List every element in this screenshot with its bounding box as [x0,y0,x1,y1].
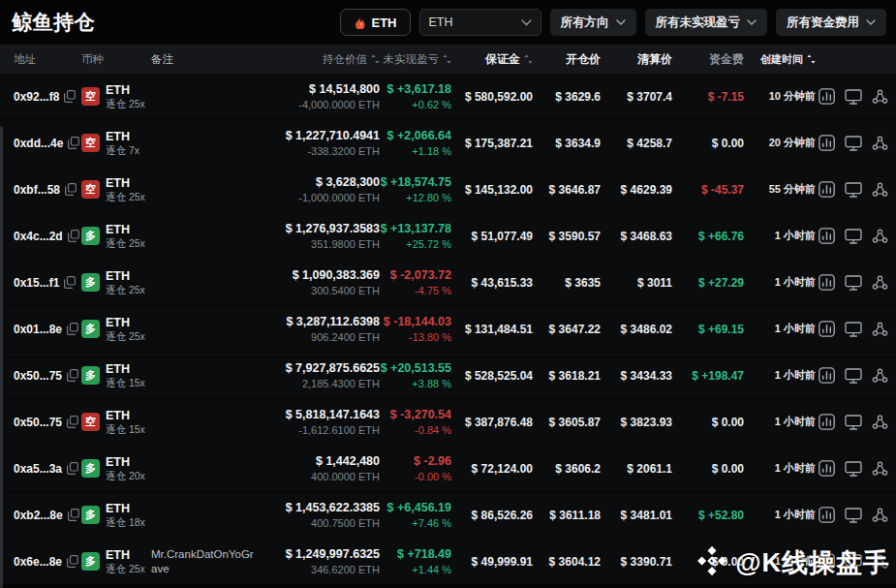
stats-chart-icon[interactable] [819,460,835,477]
created-time: 1 小时前 [744,461,816,476]
position-amount: 400.7500 ETH [263,517,380,529]
fire-icon [354,15,366,29]
table-row[interactable]: 0x15...f1 多 ETH 逐仓 25x $ 1,090,383.369 3… [0,260,896,306]
stats-chart-icon[interactable] [819,274,835,291]
monitor-icon[interactable] [845,182,862,198]
position-value: $ 1,453,622.3385 [263,501,380,514]
stats-chart-icon[interactable] [819,228,835,244]
position-amount: 2,185.4300 ETH [263,378,380,389]
table-row[interactable]: 0x50...75 空 ETH 逐仓 15x $ 5,818,147.1643 … [0,399,896,446]
address-link[interactable]: 0xb2...8e [14,509,63,522]
address-link[interactable]: 0x50...75 [14,369,62,383]
monitor-icon[interactable] [845,508,862,523]
col-position-value-sort[interactable]: 持仓价值 [263,52,380,67]
table-row[interactable]: 0xbf...58 空 ETH 逐仓 25x $ 3,628,300 -1,00… [0,167,896,213]
hot-coin-button[interactable]: ETH [340,9,411,36]
table-row[interactable]: 0x92...f8 空 ETH 逐仓 25x $ 14,514,800 -4,0… [0,74,896,120]
stats-chart-icon[interactable] [819,181,835,198]
table-row[interactable]: 0x50...75 多 ETH 逐仓 15x $ 7,927,875.6625 … [0,353,896,399]
monitor-icon[interactable] [845,554,862,570]
position-value: $ 1,276,937.3583 [263,222,380,235]
share-network-icon[interactable] [872,554,888,570]
address-link[interactable]: 0x92...f8 [14,90,59,104]
share-network-icon[interactable] [872,89,888,105]
address-link[interactable]: 0x01...8e [14,323,62,336]
pnl-value: $ +18,574.75 [380,175,451,189]
unrealized-pnl-cell: $ +6,456.19 +7.46 % [380,501,451,529]
monitor-icon[interactable] [845,322,862,337]
copy-icon[interactable] [67,462,78,475]
stats-chart-icon[interactable] [819,88,835,105]
copy-icon[interactable] [67,555,78,568]
side-badge: 空 [81,180,100,199]
table-row[interactable]: 0x4c...2d 多 ETH 逐仓 25x $ 1,276,937.3583 … [0,213,896,260]
share-network-icon[interactable] [872,508,888,523]
coin-select[interactable]: ETH [419,9,541,36]
margin-mode-leverage: 逐仓 25x [106,330,145,342]
position-amount: 400.0000 ETH [263,471,380,482]
monitor-icon[interactable] [845,89,862,105]
monitor-icon[interactable] [845,136,862,151]
address-link[interactable]: 0x50...75 [14,416,62,429]
copy-icon[interactable] [68,509,79,521]
address-link[interactable]: 0x6e...8e [14,555,62,569]
col-margin-sort[interactable]: 保证金 [451,51,533,68]
table-row[interactable]: 0xb2...8e 多 ETH 逐仓 18x $ 1,453,622.3385 … [0,492,896,539]
unrealized-pnl-filter[interactable]: 所有未实现盈亏 [645,9,768,36]
copy-icon[interactable] [64,90,76,103]
copy-icon[interactable] [65,183,77,196]
col-created-time-sort[interactable]: 创建时间 [744,52,816,67]
address-link[interactable]: 0x15...f1 [14,276,59,290]
created-time: 1 小时前 [744,322,816,336]
copy-icon[interactable] [68,230,79,242]
address-link[interactable]: 0xbf...58 [14,183,60,197]
topbar: 鲸鱼持仓 ETH ETH 所有方向 所有未实现盈亏 [0,0,896,45]
liquidation-price: $ 3390.71 [601,555,672,569]
share-network-icon[interactable] [872,275,888,291]
stats-chart-icon[interactable] [819,507,835,523]
position-value-cell: $ 1,276,937.3583 351.9800 ETH [263,222,380,250]
address-link[interactable]: 0x4c...2d [14,230,63,243]
copy-icon[interactable] [68,137,79,149]
monitor-icon[interactable] [845,229,862,244]
side-badge: 多 [81,366,100,385]
funding-fee-filter[interactable]: 所有资金费用 [776,9,886,36]
stats-chart-icon[interactable] [819,321,835,337]
created-time: 20 分钟前 [744,136,816,150]
stats-chart-icon[interactable] [819,135,835,151]
position-value-cell: $ 1,227,710.4941 -338.3200 ETH [263,129,380,157]
copy-icon[interactable] [64,276,76,289]
table-row[interactable]: 0x01...8e 多 ETH 逐仓 25x $ 3,287,112.6398 … [0,306,896,353]
stats-chart-icon[interactable] [819,414,835,430]
margin-mode-leverage: 逐仓 25x [106,98,145,109]
liquidation-price: $ 3434.33 [601,369,672,383]
stats-chart-icon[interactable] [819,367,835,384]
funding-fee: $ +27.29 [672,276,744,290]
scrollbar[interactable] [0,126,3,588]
chevron-down-icon [747,19,757,25]
copy-icon[interactable] [67,369,78,382]
share-network-icon[interactable] [872,461,888,477]
direction-filter[interactable]: 所有方向 [550,9,636,36]
share-network-icon[interactable] [872,415,888,430]
share-network-icon[interactable] [872,136,888,151]
address-link[interactable]: 0xa5...3a [14,462,62,476]
monitor-icon[interactable] [845,368,862,384]
share-network-icon[interactable] [872,182,888,198]
table-row[interactable]: 0x6e...8e 多 ETH 逐仓 25x Mr.CrankDatOnYoGr… [0,539,896,585]
side-badge: 多 [81,227,100,245]
monitor-icon[interactable] [845,461,862,477]
share-network-icon[interactable] [872,229,888,244]
share-network-icon[interactable] [872,368,888,384]
table-row[interactable]: 0xa5...3a 多 ETH 逐仓 20x $ 1,442,480 400.0… [0,446,896,492]
address-link[interactable]: 0xdd...4e [14,137,63,150]
coin-name: ETH [106,316,145,329]
share-network-icon[interactable] [872,322,888,337]
monitor-icon[interactable] [845,275,862,291]
table-row[interactable]: 0xdd...4e 空 ETH 逐仓 7x $ 1,227,710.4941 -… [0,120,896,167]
stats-chart-icon[interactable] [819,553,835,570]
copy-icon[interactable] [67,323,78,335]
col-unrealized-pnl-sort[interactable]: 未实现盈亏 [380,52,451,67]
copy-icon[interactable] [67,416,78,428]
monitor-icon[interactable] [845,415,862,430]
